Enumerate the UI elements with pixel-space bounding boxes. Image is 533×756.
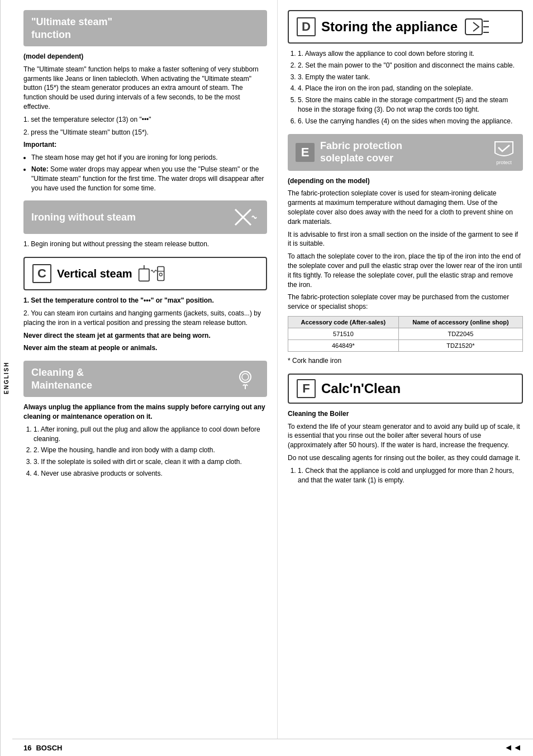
fabric-header-left: E Fabric protection soleplate cover — [296, 140, 402, 164]
calcnclean-step1: 1. Check that the appliance is cold and … — [298, 466, 523, 485]
vertical-steam-letter: C — [32, 264, 51, 283]
fabric-letter: E — [296, 143, 315, 162]
ultimate-step2: 2. press the "Ultimate steam" button (15… — [23, 128, 267, 137]
bullet1: The steam hose may get hot if you are ir… — [31, 153, 267, 162]
storing-title: Storing the appliance — [321, 19, 458, 35]
vertical-steam-icon — [138, 262, 166, 285]
brand-label: BOSCH — [36, 744, 62, 752]
right-column: D Storing the appliance — [278, 0, 533, 739]
cleaning-step4: 4. Never use abrasive products or solven… — [34, 469, 267, 479]
cleaning-step1: 1. After ironing, pull out the plug and … — [34, 425, 267, 444]
left-column: "Ultimate steam" function (model depende… — [12, 0, 278, 739]
ultimate-step1: 1. set the temperature selector (13) on … — [23, 115, 267, 125]
fabric-title: Fabric protection soleplate cover — [320, 140, 402, 164]
protect-icon — [493, 140, 515, 160]
table-cell-code: 464849* — [288, 339, 399, 351]
svg-rect-2 — [139, 269, 149, 281]
svg-rect-4 — [158, 267, 164, 281]
calcnclean-desc1: To extend the life of your steam generat… — [288, 422, 523, 450]
storing-step1: 1. Always allow the appliance to cool do… — [298, 49, 523, 59]
storing-section: D Storing the appliance — [288, 10, 523, 126]
cleaning-maintenance-section: Cleaning & Maintenance — [23, 361, 267, 479]
page-number: 16 — [23, 744, 31, 752]
table-cell-code: 571510 — [288, 328, 399, 339]
cleaning-step2: 2. Wipe the housing, handle and iron bod… — [34, 446, 267, 455]
storing-step4: 4. Place the iron on the iron pad, stand… — [298, 84, 523, 93]
fabric-desc3: To attach the soleplate cover to the iro… — [288, 252, 523, 289]
storing-steps: 1. Always allow the appliance to cool do… — [298, 49, 523, 126]
language-sidebar: ENGLISH — [0, 0, 12, 756]
svg-point-6 — [159, 273, 162, 276]
protect-icon-group: protect — [493, 140, 515, 165]
cleaning-icon — [231, 368, 259, 390]
protect-label: protect — [496, 160, 512, 165]
important-bullets: The steam hose may get hot if you are ir… — [31, 153, 267, 193]
cleaning-maintenance-header: Cleaning & Maintenance — [23, 361, 267, 397]
table-cell-name: TDZ1520* — [398, 339, 522, 351]
accessory-table: Accessory code (After-sales) Name of acc… — [288, 316, 523, 352]
storing-letter: D — [297, 17, 316, 36]
table-col1-header: Accessory code (After-sales) — [288, 316, 399, 328]
ultimate-steam-section: "Ultimate steam" function (model depende… — [23, 10, 267, 193]
footer: 16 BOSCH ◄◄ — [12, 739, 533, 756]
svg-point-8 — [242, 374, 249, 380]
table-row: 571510TDZ2045 — [288, 328, 523, 339]
cleaning-steps: 1. After ironing, pull out the plug and … — [34, 425, 267, 479]
storing-step3: 3. Empty the water tank. — [298, 73, 523, 82]
fabric-desc4: The fabric-protection soleplate cover ma… — [288, 293, 523, 312]
ironing-without-steam-title: Ironing without steam — [31, 212, 136, 223]
language-label: ENGLISH — [3, 362, 9, 394]
fabric-depending: (depending on the model) — [288, 176, 523, 186]
vertical-steam-title: Vertical steam — [57, 267, 132, 280]
vertical-steam-header: C Vertical steam — [23, 257, 267, 290]
storing-step2: 2. Set the main power to the "0" positio… — [298, 61, 523, 70]
bullet2: Note: Some water drops may appear when y… — [31, 165, 267, 193]
vertical-warning2: Never aim the steam at people or animals… — [23, 343, 267, 353]
fabric-desc2: It is advisable to first iron a small se… — [288, 230, 523, 249]
calcnclean-steps: 1. Check that the appliance is cold and … — [298, 466, 523, 485]
ultimate-desc: The "Ultimate steam" function helps to m… — [23, 65, 267, 112]
vertical-warning1: Never direct the steam jet at garments t… — [23, 331, 267, 341]
table-row: 464849*TDZ1520* — [288, 339, 523, 351]
ultimate-steam-title: "Ultimate steam" function — [31, 16, 259, 41]
ironing-without-steam-header: Ironing without steam — [23, 200, 267, 234]
calcnclean-desc2: Do not use descaling agents for rinsing … — [288, 453, 523, 463]
important-label: Important: — [23, 140, 267, 150]
cleaning-warning: Always unplug the appliance from the mai… — [23, 403, 267, 422]
calcnclean-letter: F — [297, 379, 316, 398]
storing-header: D Storing the appliance — [288, 10, 523, 44]
storing-icon — [463, 16, 491, 38]
vertical-step2: 2. You can steam iron curtains and hangi… — [23, 309, 267, 328]
storing-step6: 6. Use the carrying handles (4) on the s… — [298, 117, 523, 126]
calcnclean-section: F Calc'n'Clean Cleaning the Boiler To ex… — [288, 374, 523, 485]
model-dependent: (model dependent) — [23, 52, 267, 61]
navigation-arrows: ◄◄ — [504, 743, 522, 753]
ironing-step1: 1. Begin ironing but without pressing th… — [23, 240, 267, 249]
ultimate-steam-header: "Ultimate steam" function — [23, 10, 267, 46]
fabric-section: E Fabric protection soleplate cover — [288, 134, 523, 366]
cleaning-step3: 3. If the soleplate is soiled with dirt … — [34, 457, 267, 467]
vertical-steam-section: C Vertical steam — [23, 257, 267, 353]
columns: "Ultimate steam" function (model depende… — [12, 0, 533, 739]
table-cell-name: TDZ2045 — [398, 328, 522, 339]
calcnclean-header: F Calc'n'Clean — [288, 374, 523, 404]
fabric-footnote: * Cork handle iron — [288, 356, 523, 366]
svg-point-7 — [240, 371, 251, 382]
vertical-step1: 1. Set the temperature control to the "•… — [23, 296, 267, 305]
fabric-header: E Fabric protection soleplate cover — [288, 134, 523, 171]
cleaning-maintenance-title: Cleaning & Maintenance — [31, 366, 92, 391]
calcnclean-title: Calc'n'Clean — [321, 381, 401, 396]
ironing-without-steam-section: Ironing without steam 1. Begin ironing b… — [23, 200, 267, 249]
table-col2-header: Name of accessory (online shop) — [398, 316, 522, 328]
main-content: "Ultimate steam" function (model depende… — [12, 0, 533, 756]
steam-cross-icon — [231, 206, 259, 228]
cleaning-boiler-title: Cleaning the Boiler — [288, 409, 523, 419]
storing-step5: 5. Store the mains cable in the storage … — [298, 95, 523, 114]
fabric-desc1: The fabric-protection soleplate cover is… — [288, 189, 523, 226]
